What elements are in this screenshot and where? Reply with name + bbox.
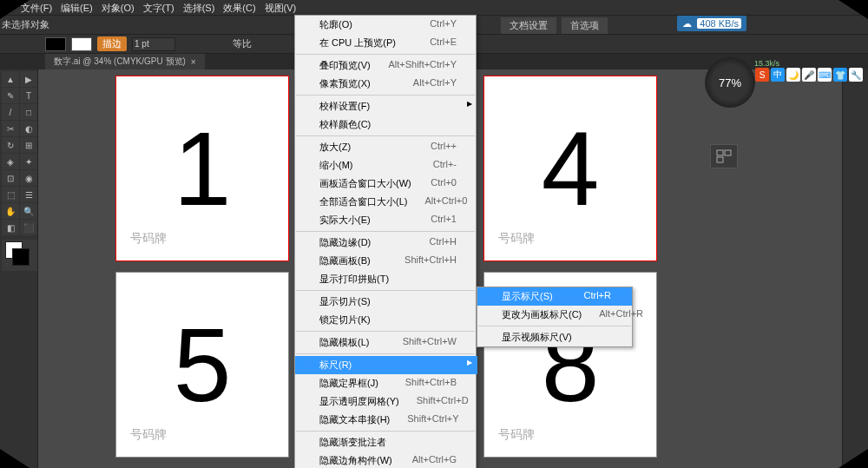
ime-button[interactable]: 👕 [833, 68, 847, 82]
menu-item[interactable]: 标尺(R)▶ [295, 356, 477, 374]
tool-2[interactable]: ✎ [2, 88, 19, 103]
ime-toolbar: S中🌙🎤⌨👕🔧 [755, 68, 863, 82]
menu-item[interactable]: 隐藏边角构件(W)Alt+Ctrl+G [295, 452, 477, 468]
tool-17[interactable]: 🔍 [20, 203, 37, 219]
menu-item[interactable]: 更改为画板标尺(C)Alt+Ctrl+R [477, 306, 632, 324]
artboard-panel-icon[interactable] [710, 144, 738, 168]
ime-button[interactable]: 中 [771, 68, 785, 82]
tab-active[interactable]: 数字.ai @ 34% (CMYK/GPU 预览) × [45, 54, 205, 69]
tool-3[interactable]: T [20, 88, 37, 103]
tab-close-icon[interactable]: × [191, 57, 196, 67]
menu-item[interactable]: 显示切片(S) [295, 293, 477, 311]
artboard-number: 4 [542, 116, 600, 221]
stroke-swatch[interactable] [71, 37, 92, 51]
tool-1[interactable]: ▶ [20, 71, 37, 87]
menu-item[interactable]: 显示视频标尺(V) [477, 328, 632, 346]
menu-item[interactable]: 画板适合窗口大小(W)Ctrl+0 [295, 175, 477, 193]
color-well[interactable] [2, 240, 37, 271]
menu-对象[interactable]: 对象(O) [98, 0, 138, 15]
tool-6[interactable]: ✂ [2, 121, 19, 136]
header-btn[interactable]: 文档设置 [501, 17, 556, 34]
menu-item[interactable]: 轮廓(O)Ctrl+Y [295, 16, 477, 34]
menu-item[interactable]: 隐藏文本串接(H)Shift+Ctrl+Y [295, 411, 477, 429]
tool-15[interactable]: ☰ [20, 187, 37, 202]
menu-item-label: 更改为画板标尺(C) [502, 308, 582, 321]
menu-编辑[interactable]: 编辑(E) [57, 0, 96, 15]
svg-rect-1 [725, 150, 731, 155]
tool-7[interactable]: ◐ [20, 121, 37, 136]
menu-item[interactable]: 叠印预览(V)Alt+Shift+Ctrl+Y [295, 56, 477, 75]
header-btn[interactable]: 首选项 [562, 17, 608, 34]
menu-item-label: 缩小(M) [319, 159, 353, 172]
fill-swatch[interactable] [45, 37, 66, 51]
menu-shortcut: Alt+Ctrl+Y [413, 77, 457, 90]
ime-button[interactable]: 🌙 [786, 68, 800, 82]
menu-item-label: 隐藏边缘(D) [319, 236, 371, 249]
doc-buttons: 文档设置首选项 [501, 17, 608, 34]
cloud-icon: ☁ [682, 18, 692, 30]
menu-item[interactable]: 在 CPU 上预览(P)Ctrl+E [295, 34, 477, 52]
menu-选择[interactable]: 选择(S) [180, 0, 219, 15]
tool-0[interactable]: ▲ [2, 71, 19, 87]
menu-视图[interactable]: 视图(V) [261, 0, 300, 15]
menu-item[interactable]: 校样颜色(C) [295, 115, 477, 134]
tool-11[interactable]: ✦ [20, 154, 37, 169]
artboard-number: 1 [174, 116, 232, 221]
stroke-label[interactable]: 描边 [97, 36, 127, 51]
menu-文字[interactable]: 文字(T) [140, 0, 178, 15]
tool-5[interactable]: □ [20, 104, 37, 120]
network-widget[interactable]: ☁ 408 KB/s [677, 16, 746, 31]
tool-13[interactable]: ◉ [20, 170, 37, 186]
menu-item-label: 隐藏模板(L) [319, 336, 369, 349]
menu-item[interactable]: 隐藏渐变批注者 [295, 433, 477, 452]
ime-button[interactable]: 🔧 [849, 68, 863, 82]
tool-9[interactable]: ⊞ [20, 137, 37, 153]
menu-shortcut: Ctrl+1 [431, 214, 457, 227]
menu-item[interactable]: 放大(Z)Ctrl++ [295, 138, 477, 156]
menu-item[interactable]: 锁定切片(K) [295, 311, 477, 329]
ime-button[interactable]: 🎤 [802, 68, 816, 82]
tool-12[interactable]: ⊡ [2, 170, 19, 186]
menu-item-label: 全部适合窗口大小(L) [319, 195, 407, 208]
menu-item[interactable]: 校样设置(F)▶ [295, 97, 477, 115]
artboard[interactable]: 4号码牌 [484, 76, 656, 260]
menu-item-label: 轮廓(O) [319, 18, 352, 31]
artboard[interactable]: 5号码牌 [116, 273, 288, 457]
tool-19[interactable]: ⬛ [20, 220, 37, 235]
artboard[interactable]: 1号码牌 [116, 76, 288, 260]
menu-item[interactable]: 隐藏画板(B)Shift+Ctrl+H [295, 252, 477, 270]
menu-item[interactable]: 全部适合窗口大小(L)Alt+Ctrl+0 [295, 193, 477, 211]
menu-item[interactable]: 隐藏模板(L)Shift+Ctrl+W [295, 333, 477, 352]
menu-item[interactable]: 显示透明度网格(Y)Shift+Ctrl+D [295, 392, 477, 411]
menu-shortcut: Shift+Ctrl+H [404, 254, 457, 267]
menu-shortcut: Ctrl+Y [430, 18, 457, 31]
stroke-weight-input[interactable] [132, 37, 175, 51]
tool-14[interactable]: ⬚ [2, 187, 19, 202]
menu-效果[interactable]: 效果(C) [220, 0, 259, 15]
tool-10[interactable]: ◈ [2, 154, 19, 169]
ime-button[interactable]: ⌨ [818, 68, 832, 82]
tool-panel: ▲▶✎T/□✂◐↻⊞◈✦⊡◉⬚☰✋🔍◧⬛ [0, 69, 38, 468]
menu-item[interactable]: 缩小(M)Ctrl+- [295, 156, 477, 175]
menu-item[interactable]: 实际大小(E)Ctrl+1 [295, 211, 477, 229]
menu-item[interactable]: 像素预览(X)Alt+Ctrl+Y [295, 75, 477, 93]
menu-item-label: 显示打印拼贴(T) [319, 273, 389, 286]
menu-item[interactable]: 显示标尺(S)Ctrl+R [477, 287, 632, 306]
tool-8[interactable]: ↻ [2, 137, 19, 153]
svg-rect-0 [717, 150, 723, 155]
menu-item-label: 标尺(R) [319, 359, 352, 372]
menu-item[interactable]: 隐藏定界框(J)Shift+Ctrl+B [295, 374, 477, 392]
tool-16[interactable]: ✋ [2, 203, 19, 219]
selection-status: 未选择对象 [2, 18, 49, 31]
tool-18[interactable]: ◧ [2, 220, 19, 235]
radial-widget[interactable]: 77% 15.3k/s [705, 57, 755, 108]
rulers-submenu: 显示标尺(S)Ctrl+R更改为画板标尺(C)Alt+Ctrl+R显示视频标尺(… [477, 287, 633, 347]
svg-rect-2 [717, 157, 723, 162]
artboard-label: 号码牌 [130, 231, 167, 247]
radial-speed: 15.3k/s [754, 59, 779, 68]
ime-button[interactable]: S [755, 68, 769, 82]
tool-4[interactable]: / [2, 104, 19, 120]
right-panel-collapsed[interactable] [842, 69, 868, 468]
menu-item[interactable]: 隐藏边缘(D)Ctrl+H [295, 234, 477, 252]
menu-item[interactable]: 显示打印拼贴(T) [295, 270, 477, 288]
